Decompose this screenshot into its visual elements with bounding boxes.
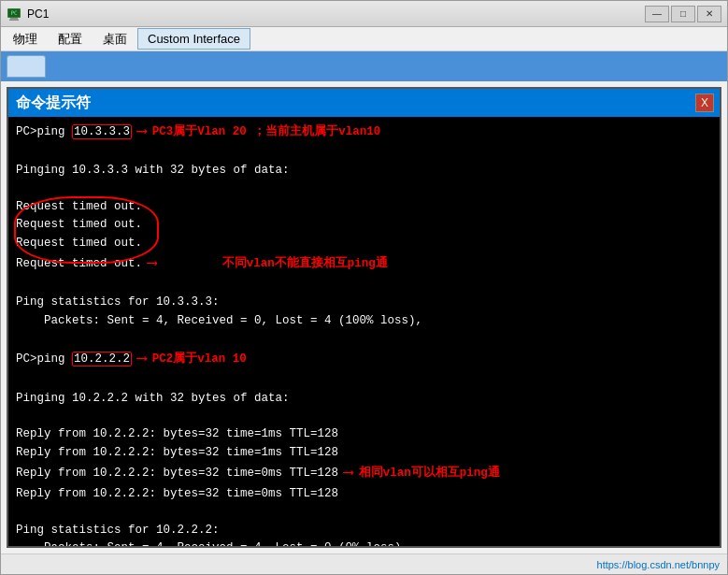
ping-line-1: PC>ping 10.3.3.3 ⟶ PC3属于Vlan 20 ；当前主机属于v… — [16, 121, 712, 144]
menu-config[interactable]: 配置 — [48, 27, 93, 51]
ann4-text: 相同vlan可以相互ping通 — [359, 465, 500, 482]
svg-rect-2 — [9, 19, 19, 21]
title-bar: PC PC1 — □ ✕ — [1, 1, 727, 27]
main-window: PC PC1 — □ ✕ 物理 配置 桌面 Custom Interface 命… — [0, 0, 728, 575]
svg-text:PC: PC — [10, 9, 18, 16]
ping-line-2: PC>ping 10.2.2.2 ⟶ PC2属于vlan 10 — [16, 348, 712, 371]
terminal-title-bar: 命令提示符 X — [8, 89, 720, 117]
terminal-wrapper: 命令提示符 X PC>ping 10.3.3.3 ⟶ PC3属于Vlan 20 … — [7, 87, 721, 548]
close-button[interactable]: ✕ — [697, 6, 721, 22]
terminal-body[interactable]: PC>ping 10.3.3.3 ⟶ PC3属于Vlan 20 ；当前主机属于v… — [8, 117, 720, 546]
window-title: PC1 — [27, 7, 645, 21]
arrow-1: ⟶ — [137, 121, 147, 144]
tab-area — [1, 51, 727, 81]
maximize-button[interactable]: □ — [671, 6, 695, 22]
svg-rect-1 — [10, 18, 18, 20]
menu-custom-interface[interactable]: Custom Interface — [137, 28, 250, 50]
arrow-3: ⟶ — [137, 348, 147, 371]
highlight-ip1: 10.3.3.3 — [72, 124, 132, 139]
tab-item[interactable] — [7, 55, 46, 78]
terminal-close-button[interactable]: X — [695, 93, 714, 112]
minimize-button[interactable]: — — [645, 6, 669, 22]
footer-url: https://blog.csdn.net/bnnpy — [597, 559, 720, 570]
menu-physics[interactable]: 物理 — [3, 27, 48, 51]
window-icon: PC — [7, 7, 21, 22]
arrow-4: ⟶ — [344, 462, 353, 485]
ann3-text: PC2属于vlan 10 — [152, 351, 247, 368]
timeout-group: Request timed out. Request timed out. Re… — [16, 198, 712, 276]
ann1-text: PC3属于Vlan 20 ；当前主机属于vlan10 — [152, 123, 381, 141]
ann2-text: 不同vlan不能直接相互ping通 — [222, 255, 388, 273]
content-area: 命令提示符 X PC>ping 10.3.3.3 ⟶ PC3属于Vlan 20 … — [1, 81, 727, 553]
highlight-ip2: 10.2.2.2 — [72, 352, 132, 367]
title-bar-controls: — □ ✕ — [645, 6, 721, 22]
menu-desktop[interactable]: 桌面 — [93, 27, 137, 51]
footer-bar: https://blog.csdn.net/bnnpy — [1, 553, 727, 574]
menu-bar: 物理 配置 桌面 Custom Interface — [1, 27, 727, 51]
terminal-title: 命令提示符 — [16, 93, 91, 113]
arrow-2: ⟶ — [148, 252, 157, 276]
terminal-window: 命令提示符 X PC>ping 10.3.3.3 ⟶ PC3属于Vlan 20 … — [7, 87, 721, 548]
